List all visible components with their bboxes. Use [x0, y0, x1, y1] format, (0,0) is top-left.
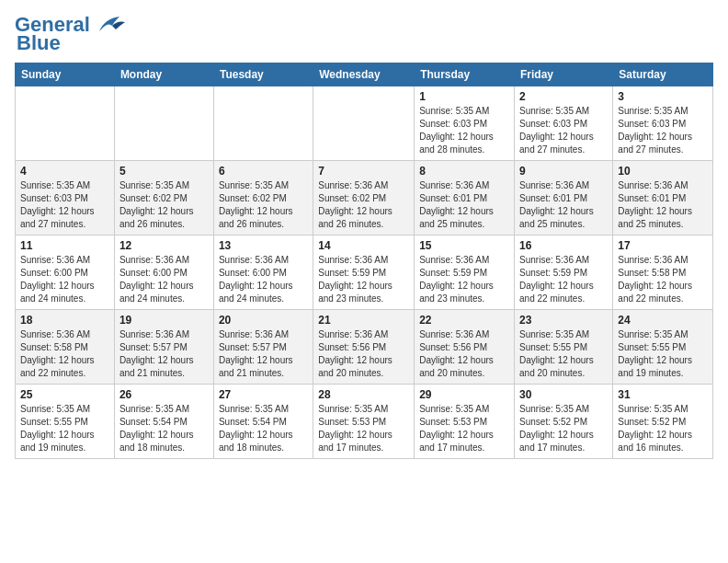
day-info: Sunrise: 5:35 AM Sunset: 5:54 PM Dayligh…	[119, 403, 209, 454]
calendar-cell	[313, 86, 415, 161]
col-header-wednesday: Wednesday	[313, 63, 415, 86]
day-number: 18	[20, 314, 109, 327]
calendar-cell	[213, 86, 313, 161]
day-info: Sunrise: 5:36 AM Sunset: 5:58 PM Dayligh…	[618, 254, 708, 305]
calendar-cell: 9Sunrise: 5:36 AM Sunset: 6:01 PM Daylig…	[515, 161, 613, 236]
day-number: 15	[419, 239, 509, 252]
calendar-cell: 5Sunrise: 5:35 AM Sunset: 6:02 PM Daylig…	[114, 161, 213, 236]
day-number: 13	[219, 239, 308, 252]
day-number: 23	[519, 314, 608, 327]
calendar-cell	[114, 86, 213, 161]
day-number: 6	[219, 165, 308, 178]
day-info: Sunrise: 5:36 AM Sunset: 6:01 PM Dayligh…	[419, 179, 509, 231]
logo-bird-icon	[92, 15, 127, 35]
day-info: Sunrise: 5:35 AM Sunset: 5:53 PM Dayligh…	[419, 403, 509, 454]
calendar-cell: 8Sunrise: 5:36 AM Sunset: 6:01 PM Daylig…	[415, 161, 515, 236]
day-number: 16	[519, 239, 608, 252]
calendar-cell: 21Sunrise: 5:36 AM Sunset: 5:56 PM Dayli…	[313, 310, 415, 385]
day-info: Sunrise: 5:35 AM Sunset: 5:55 PM Dayligh…	[20, 403, 109, 454]
calendar-cell: 25Sunrise: 5:35 AM Sunset: 5:55 PM Dayli…	[16, 385, 115, 459]
day-number: 22	[419, 314, 509, 327]
calendar-cell: 26Sunrise: 5:35 AM Sunset: 5:54 PM Dayli…	[114, 385, 213, 459]
calendar-cell: 6Sunrise: 5:35 AM Sunset: 6:02 PM Daylig…	[213, 161, 313, 236]
day-number: 3	[618, 90, 708, 103]
day-info: Sunrise: 5:36 AM Sunset: 5:58 PM Dayligh…	[20, 328, 109, 380]
calendar-cell: 10Sunrise: 5:36 AM Sunset: 6:01 PM Dayli…	[613, 161, 713, 236]
day-number: 4	[20, 165, 109, 178]
day-info: Sunrise: 5:36 AM Sunset: 6:01 PM Dayligh…	[618, 179, 708, 231]
day-number: 27	[219, 388, 308, 401]
day-info: Sunrise: 5:35 AM Sunset: 6:03 PM Dayligh…	[618, 105, 708, 156]
day-number: 19	[119, 314, 209, 327]
day-info: Sunrise: 5:35 AM Sunset: 5:55 PM Dayligh…	[618, 328, 708, 380]
day-number: 7	[318, 165, 409, 178]
day-number: 21	[318, 314, 409, 327]
day-number: 5	[119, 165, 209, 178]
day-info: Sunrise: 5:35 AM Sunset: 5:52 PM Dayligh…	[618, 403, 708, 454]
day-info: Sunrise: 5:36 AM Sunset: 5:59 PM Dayligh…	[318, 254, 409, 305]
col-header-monday: Monday	[114, 63, 213, 86]
day-info: Sunrise: 5:36 AM Sunset: 5:59 PM Dayligh…	[419, 254, 509, 305]
calendar-cell: 19Sunrise: 5:36 AM Sunset: 5:57 PM Dayli…	[114, 310, 213, 385]
calendar-cell: 18Sunrise: 5:36 AM Sunset: 5:58 PM Dayli…	[16, 310, 115, 385]
day-number: 24	[618, 314, 708, 327]
day-info: Sunrise: 5:35 AM Sunset: 6:03 PM Dayligh…	[419, 105, 509, 156]
calendar-cell	[16, 86, 115, 161]
week-row-5: 25Sunrise: 5:35 AM Sunset: 5:55 PM Dayli…	[16, 385, 713, 459]
calendar-cell: 2Sunrise: 5:35 AM Sunset: 6:03 PM Daylig…	[515, 86, 613, 161]
calendar-cell: 15Sunrise: 5:36 AM Sunset: 5:59 PM Dayli…	[415, 236, 515, 310]
day-number: 12	[119, 239, 209, 252]
day-number: 9	[519, 165, 608, 178]
day-info: Sunrise: 5:36 AM Sunset: 6:02 PM Dayligh…	[318, 179, 409, 231]
calendar-cell: 29Sunrise: 5:35 AM Sunset: 5:53 PM Dayli…	[415, 385, 515, 459]
day-info: Sunrise: 5:35 AM Sunset: 5:54 PM Dayligh…	[219, 403, 308, 454]
col-header-sunday: Sunday	[16, 63, 115, 86]
week-row-1: 1Sunrise: 5:35 AM Sunset: 6:03 PM Daylig…	[16, 86, 713, 161]
day-info: Sunrise: 5:36 AM Sunset: 5:57 PM Dayligh…	[119, 328, 209, 380]
calendar-cell: 14Sunrise: 5:36 AM Sunset: 5:59 PM Dayli…	[313, 236, 415, 310]
calendar-table: SundayMondayTuesdayWednesdayThursdayFrid…	[15, 63, 713, 459]
col-header-thursday: Thursday	[415, 63, 515, 86]
day-info: Sunrise: 5:36 AM Sunset: 6:01 PM Dayligh…	[519, 179, 608, 231]
day-info: Sunrise: 5:35 AM Sunset: 6:03 PM Dayligh…	[519, 105, 608, 156]
week-row-4: 18Sunrise: 5:36 AM Sunset: 5:58 PM Dayli…	[16, 310, 713, 385]
calendar-cell: 22Sunrise: 5:36 AM Sunset: 5:56 PM Dayli…	[415, 310, 515, 385]
day-info: Sunrise: 5:36 AM Sunset: 6:00 PM Dayligh…	[119, 254, 209, 305]
week-row-3: 11Sunrise: 5:36 AM Sunset: 6:00 PM Dayli…	[16, 236, 713, 310]
header-row: SundayMondayTuesdayWednesdayThursdayFrid…	[16, 63, 713, 86]
calendar-cell: 3Sunrise: 5:35 AM Sunset: 6:03 PM Daylig…	[613, 86, 713, 161]
calendar-cell: 1Sunrise: 5:35 AM Sunset: 6:03 PM Daylig…	[415, 86, 515, 161]
calendar-header: SundayMondayTuesdayWednesdayThursdayFrid…	[16, 63, 713, 86]
day-info: Sunrise: 5:35 AM Sunset: 6:02 PM Dayligh…	[119, 179, 209, 231]
calendar-cell: 31Sunrise: 5:35 AM Sunset: 5:52 PM Dayli…	[613, 385, 713, 459]
day-number: 1	[419, 90, 509, 103]
day-number: 2	[519, 90, 608, 103]
calendar-cell: 11Sunrise: 5:36 AM Sunset: 6:00 PM Dayli…	[16, 236, 115, 310]
col-header-friday: Friday	[515, 63, 613, 86]
calendar-cell: 12Sunrise: 5:36 AM Sunset: 6:00 PM Dayli…	[114, 236, 213, 310]
day-number: 30	[519, 388, 608, 401]
day-number: 14	[318, 239, 409, 252]
col-header-tuesday: Tuesday	[213, 63, 313, 86]
day-info: Sunrise: 5:36 AM Sunset: 5:56 PM Dayligh…	[318, 328, 409, 380]
day-number: 20	[219, 314, 308, 327]
day-number: 10	[618, 165, 708, 178]
day-number: 26	[119, 388, 209, 401]
week-row-2: 4Sunrise: 5:35 AM Sunset: 6:03 PM Daylig…	[16, 161, 713, 236]
day-info: Sunrise: 5:35 AM Sunset: 6:02 PM Dayligh…	[219, 179, 308, 231]
calendar-cell: 28Sunrise: 5:35 AM Sunset: 5:53 PM Dayli…	[313, 385, 415, 459]
calendar-cell: 30Sunrise: 5:35 AM Sunset: 5:52 PM Dayli…	[515, 385, 613, 459]
day-number: 25	[20, 388, 109, 401]
calendar-cell: 23Sunrise: 5:35 AM Sunset: 5:55 PM Dayli…	[515, 310, 613, 385]
day-info: Sunrise: 5:36 AM Sunset: 6:00 PM Dayligh…	[219, 254, 308, 305]
calendar-cell: 7Sunrise: 5:36 AM Sunset: 6:02 PM Daylig…	[313, 161, 415, 236]
day-number: 31	[618, 388, 708, 401]
day-number: 28	[318, 388, 409, 401]
day-info: Sunrise: 5:36 AM Sunset: 6:00 PM Dayligh…	[20, 254, 109, 305]
day-number: 29	[419, 388, 509, 401]
calendar-cell: 4Sunrise: 5:35 AM Sunset: 6:03 PM Daylig…	[16, 161, 115, 236]
day-number: 8	[419, 165, 509, 178]
day-number: 17	[618, 239, 708, 252]
day-number: 11	[20, 239, 109, 252]
calendar-cell: 13Sunrise: 5:36 AM Sunset: 6:00 PM Dayli…	[213, 236, 313, 310]
